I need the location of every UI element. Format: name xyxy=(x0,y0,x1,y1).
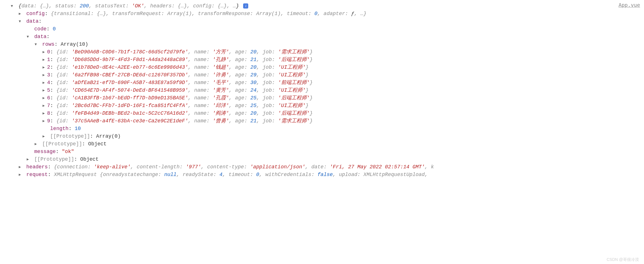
array-row[interactable]: ▶1: {id: 'Db685DDd-9b7F-4Fd3-F8d1-A4da24… xyxy=(3,56,641,64)
chevron-right-icon[interactable]: ▶ xyxy=(19,171,22,179)
chevron-right-icon[interactable]: ▶ xyxy=(35,140,38,148)
info-icon[interactable]: i xyxy=(243,3,248,9)
message-row: message: "ok" xyxy=(3,148,641,156)
rows-row[interactable]: ▼ rows: Array(10) xyxy=(3,41,641,48)
chevron-right-icon[interactable]: ▶ xyxy=(43,94,46,102)
chevron-right-icon[interactable]: ▶ xyxy=(43,79,46,87)
array-row[interactable]: ▶2: {id: 'e1b78DeD-dE4c-A2EE-eb77-6c6Ee9… xyxy=(3,64,641,71)
length-row: length: 10 xyxy=(3,125,641,133)
data-row[interactable]: ▼ data: xyxy=(3,18,641,25)
chevron-right-icon[interactable]: ▶ xyxy=(43,117,46,125)
chevron-down-icon[interactable]: ▼ xyxy=(27,33,30,41)
chevron-down-icon[interactable]: ▼ xyxy=(19,18,22,25)
headers-row[interactable]: ▶ headers: {connection: 'keep-alive', co… xyxy=(3,163,641,171)
object-summary[interactable]: ▼ {data: {…}, status: 200, statusText: '… xyxy=(3,2,641,10)
array-row[interactable]: ▶5: {id: 'CD654E7D-AF4f-5074-DeEd-BF6415… xyxy=(3,87,641,94)
array-row[interactable]: ▶9: {id: '37c5AAeB-a4fE-63bA-ce3e-Ca2e9C… xyxy=(3,117,641,125)
chevron-right-icon[interactable]: ▶ xyxy=(43,87,46,94)
config-row[interactable]: ▶ config: {transitional: {…}, transformR… xyxy=(3,10,641,18)
chevron-right-icon[interactable]: ▶ xyxy=(43,110,46,117)
array-row[interactable]: ▶7: {id: '2Bc6d7BC-FFb7-1dFD-16F1-fca851… xyxy=(3,102,641,110)
array-row[interactable]: ▶6: {id: 'cA1B3FfB-1b67-bEdD-ff7D-bD9eD1… xyxy=(3,94,641,102)
array-row[interactable]: ▶3: {id: '6a2fFB98-CBEf-27CB-DE6d-c12670… xyxy=(3,71,641,79)
chevron-down-icon[interactable]: ▼ xyxy=(35,41,38,48)
request-row[interactable]: ▶ request: XMLHttpRequest {onreadystatec… xyxy=(3,171,641,179)
inner-data-row[interactable]: ▼ data: xyxy=(3,33,641,41)
source-link[interactable]: App.vue xyxy=(618,1,640,9)
prototype-data[interactable]: ▶ [[Prototype]]: Object xyxy=(3,140,641,148)
chevron-right-icon[interactable]: ▶ xyxy=(43,133,46,140)
code-row: code: 0 xyxy=(3,25,641,33)
array-row[interactable]: ▶0: {id: 'BeD90A6B-C0D6-7b1f-178C-66d5cf… xyxy=(3,48,641,56)
chevron-down-icon[interactable]: ▼ xyxy=(11,2,14,10)
chevron-right-icon[interactable]: ▶ xyxy=(43,56,46,64)
prototype-rows[interactable]: ▶ [[Prototype]]: Array(0) xyxy=(3,133,641,140)
chevron-right-icon[interactable]: ▶ xyxy=(19,10,22,18)
chevron-right-icon[interactable]: ▶ xyxy=(27,156,30,163)
chevron-right-icon[interactable]: ▶ xyxy=(19,163,22,171)
array-row[interactable]: ▶4: {id: 'aDfEaB21-ef7D-690F-A5B7-483E87… xyxy=(3,79,641,87)
chevron-right-icon[interactable]: ▶ xyxy=(43,64,46,71)
chevron-right-icon[interactable]: ▶ xyxy=(43,71,46,79)
prototype-outer[interactable]: ▶ [[Prototype]]: Object xyxy=(3,156,641,163)
array-row[interactable]: ▶8: {id: 'feFB4d49-DEBb-BEd2-ba1c-5C2cC7… xyxy=(3,110,641,117)
chevron-right-icon[interactable]: ▶ xyxy=(43,48,46,56)
chevron-right-icon[interactable]: ▶ xyxy=(43,102,46,110)
